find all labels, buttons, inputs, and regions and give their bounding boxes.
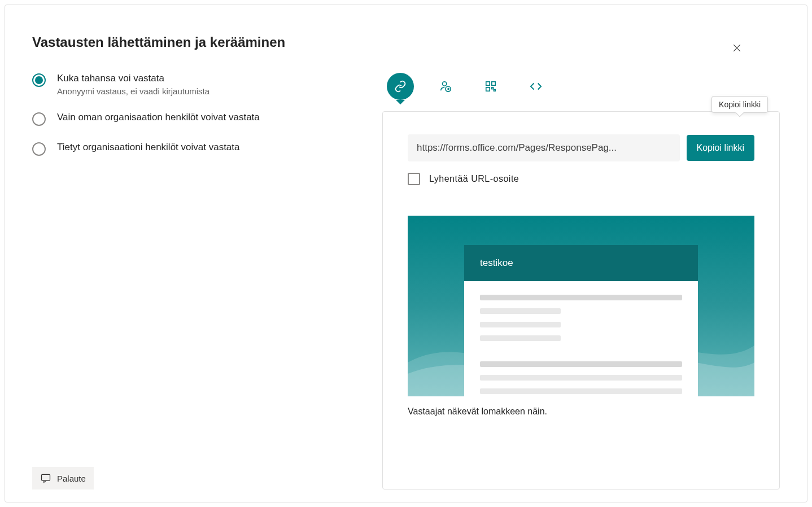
link-icon xyxy=(394,80,407,93)
tab-invite[interactable] xyxy=(432,73,459,100)
copy-tooltip: Kopioi linkki xyxy=(711,96,768,113)
shorten-label: Lyhentää URL-osoite xyxy=(429,174,519,184)
svg-rect-4 xyxy=(492,82,495,85)
radio-org[interactable]: Vain oman organisaation henkilöt voivat … xyxy=(32,112,348,126)
code-icon xyxy=(530,80,542,93)
radio-indicator xyxy=(32,142,46,156)
tab-embed[interactable] xyxy=(522,73,549,100)
skeleton-line xyxy=(480,322,561,327)
svg-rect-6 xyxy=(492,88,494,89)
right-column: Kopioi linkki https://forms.office.com/P… xyxy=(382,73,780,489)
feedback-label: Palaute xyxy=(57,474,86,483)
radio-indicator xyxy=(32,112,46,126)
radio-texts: Vain oman organisaation henkilöt voivat … xyxy=(57,112,260,123)
share-dialog: Vastausten lähettäminen ja kerääminen Ku… xyxy=(5,5,807,502)
svg-rect-0 xyxy=(42,474,50,480)
close-button[interactable] xyxy=(728,39,746,57)
person-arrow-icon xyxy=(439,80,452,93)
skeleton-line xyxy=(480,388,682,394)
radio-label: Vain oman organisaation henkilöt voivat … xyxy=(57,112,260,123)
form-preview: testikoe xyxy=(408,216,754,417)
radio-texts: Tietyt organisaationi henkilöt voivat va… xyxy=(57,142,240,153)
preview-background: testikoe xyxy=(408,216,754,396)
preview-caption: Vastaajat näkevät lomakkeen näin. xyxy=(408,407,754,417)
radio-label: Tietyt organisaationi henkilöt voivat va… xyxy=(57,142,240,153)
chat-icon xyxy=(40,473,51,484)
radio-anyone[interactable]: Kuka tahansa voi vastata Anonyymi vastau… xyxy=(32,73,348,96)
preview-body xyxy=(464,281,698,396)
radio-texts: Kuka tahansa voi vastata Anonyymi vastau… xyxy=(57,73,209,96)
svg-rect-7 xyxy=(494,90,496,91)
svg-point-1 xyxy=(443,82,447,86)
left-column: Kuka tahansa voi vastata Anonyymi vastau… xyxy=(32,73,348,489)
preview-card: testikoe xyxy=(464,245,698,396)
dialog-content: Kuka tahansa voi vastata Anonyymi vastau… xyxy=(32,73,780,489)
tab-qr[interactable] xyxy=(477,73,504,100)
feedback-button[interactable]: Palaute xyxy=(32,467,94,489)
shorten-row: Lyhentää URL-osoite xyxy=(408,173,754,185)
radio-indicator xyxy=(32,73,46,87)
skeleton-line xyxy=(480,375,682,381)
skeleton-line xyxy=(480,308,561,314)
svg-rect-5 xyxy=(486,88,490,91)
audience-radio-group: Kuka tahansa voi vastata Anonyymi vastau… xyxy=(32,73,348,156)
link-row: https://forms.office.com/Pages/ResponseP… xyxy=(408,134,754,161)
share-panel: Kopioi linkki https://forms.office.com/P… xyxy=(382,111,780,489)
copy-link-button[interactable]: Kopioi linkki xyxy=(687,135,754,161)
preview-form-title: testikoe xyxy=(464,245,698,281)
dialog-title: Vastausten lähettäminen ja kerääminen xyxy=(32,34,780,50)
tab-link[interactable] xyxy=(387,73,414,100)
close-icon xyxy=(731,42,743,54)
qr-icon xyxy=(484,80,497,93)
radio-label: Kuka tahansa voi vastata xyxy=(57,73,209,84)
shorten-checkbox[interactable] xyxy=(408,173,420,185)
radio-specific[interactable]: Tietyt organisaationi henkilöt voivat va… xyxy=(32,142,348,156)
radio-sublabel: Anonyymi vastaus, ei vaadi kirjautumista xyxy=(57,86,209,96)
skeleton-line xyxy=(480,361,682,367)
link-input[interactable]: https://forms.office.com/Pages/ResponseP… xyxy=(408,134,680,161)
skeleton-line xyxy=(480,295,682,300)
svg-rect-3 xyxy=(486,82,490,85)
skeleton-line xyxy=(480,335,561,341)
